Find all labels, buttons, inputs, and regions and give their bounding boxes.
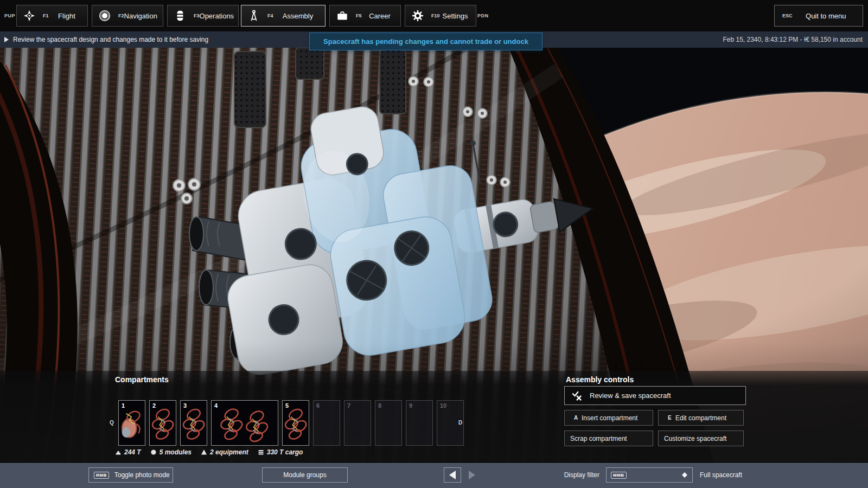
assembly-bottom-panel: Compartments Q 12345678910 D 244 T 5 mod… bbox=[0, 371, 868, 463]
slot-number: 2 bbox=[152, 402, 156, 409]
module-groups-button[interactable]: Module groups bbox=[262, 467, 348, 483]
status-hint-text: Review the spacecraft design and changes… bbox=[13, 36, 208, 43]
tab-label: Flight bbox=[54, 12, 87, 20]
compartment-slot-6[interactable]: 6 bbox=[313, 400, 340, 446]
compartment-slot-8[interactable]: 8 bbox=[375, 400, 402, 446]
review-save-spacecraft-button[interactable]: Review & save spacecraft bbox=[564, 386, 746, 405]
bottom-control-bar: RMB Toggle photo mode Module groups Disp… bbox=[0, 463, 868, 488]
module-groups-label: Module groups bbox=[283, 471, 326, 479]
slot-number: 10 bbox=[440, 402, 446, 409]
game-window: PUP F1 Flight F2 Navigation bbox=[0, 0, 868, 488]
slots-prev-key-hint: Q bbox=[110, 420, 114, 426]
tab-label: Assembly bbox=[278, 12, 325, 20]
navigation-orb-icon bbox=[98, 9, 111, 22]
quit-to-menu-button[interactable]: ESC Quit to menu bbox=[774, 5, 863, 27]
tab-key-hint: F3 bbox=[194, 13, 200, 18]
hint-arrow-icon bbox=[4, 37, 9, 42]
slot-number: 4 bbox=[214, 402, 218, 409]
page-up-key-hint: PUP bbox=[4, 13, 15, 18]
stat-mass: 244 T bbox=[115, 448, 141, 456]
rmb-key-hint: RMB bbox=[94, 472, 109, 479]
stat-cargo-text: 330 T cargo bbox=[267, 448, 303, 456]
review-save-icon bbox=[571, 390, 583, 401]
tab-label: Settings bbox=[442, 12, 476, 20]
stat-equipment-text: 2 equipment bbox=[210, 448, 248, 456]
tab-key-hint: F2 bbox=[118, 13, 124, 18]
stat-cargo: 330 T cargo bbox=[258, 448, 303, 456]
review-save-label: Review & save spacecraft bbox=[590, 391, 671, 400]
toggle-photo-mode-button[interactable]: RMB Toggle photo mode bbox=[88, 467, 173, 483]
assembly-controls-title: Assembly controls bbox=[566, 375, 634, 384]
compartment-slot-9[interactable]: 9 bbox=[406, 400, 433, 446]
toggle-photo-mode-label: Toggle photo mode bbox=[114, 471, 170, 479]
esc-key-hint: ESC bbox=[782, 13, 793, 18]
stat-equipment: 2 equipment bbox=[201, 448, 248, 456]
tab-navigation[interactable]: F2 Navigation bbox=[92, 5, 163, 27]
slot-number: 5 bbox=[285, 402, 289, 409]
modules-icon bbox=[150, 449, 157, 455]
scrap-compartment-button[interactable]: Scrap compartment bbox=[564, 431, 653, 446]
compartment-slot-1[interactable]: 1 bbox=[118, 400, 145, 446]
tab-key-hint: F1 bbox=[43, 13, 54, 18]
tab-operations[interactable]: F3 Operations bbox=[167, 5, 239, 27]
display-filter-label: Display filter bbox=[553, 471, 599, 479]
tab-key-hint: F5 bbox=[356, 13, 367, 18]
status-hint: Review the spacecraft design and changes… bbox=[4, 36, 208, 43]
tab-label: Operations bbox=[200, 12, 242, 20]
career-briefcase-icon bbox=[336, 9, 349, 22]
mmb-key-hint: MMB bbox=[611, 472, 627, 479]
settings-gear-icon bbox=[411, 9, 424, 22]
assembly-controls: Review & save spacecraft A Insert compar… bbox=[564, 386, 746, 446]
operations-barrel-icon bbox=[174, 9, 187, 22]
diamond-icon bbox=[682, 472, 687, 478]
insert-key-hint: A bbox=[574, 415, 582, 421]
quit-label: Quit to menu bbox=[793, 12, 863, 20]
tab-career[interactable]: F5 Career bbox=[329, 5, 401, 27]
tab-flight[interactable]: F1 Flight bbox=[16, 5, 88, 27]
cargo-icon bbox=[258, 449, 264, 455]
slot-number: 3 bbox=[183, 402, 187, 409]
equipment-icon bbox=[201, 449, 207, 455]
display-filter-dropdown[interactable]: MMB bbox=[606, 467, 693, 483]
flight-diamond-icon bbox=[23, 9, 36, 22]
previous-arrow-button[interactable] bbox=[444, 467, 461, 483]
stat-mass-text: 244 T bbox=[124, 448, 141, 456]
insert-compartment-label: Insert compartment bbox=[582, 414, 637, 422]
stat-modules: 5 modules bbox=[150, 448, 192, 456]
tab-key-hint: F10 bbox=[431, 13, 442, 18]
compartment-slots: 12345678910 bbox=[118, 400, 464, 446]
compartment-slot-5[interactable]: 5 bbox=[282, 400, 309, 446]
mass-icon bbox=[115, 449, 122, 455]
customize-spacecraft-label: Customize spacecraft bbox=[664, 435, 726, 442]
page-down-key-hint: PDN bbox=[477, 13, 489, 18]
tab-assembly[interactable]: F4 Assembly bbox=[241, 5, 326, 27]
scrap-compartment-label: Scrap compartment bbox=[570, 435, 627, 442]
slot-number: 7 bbox=[347, 402, 350, 409]
tab-settings[interactable]: F10 Settings bbox=[405, 5, 476, 27]
next-arrow-button[interactable] bbox=[463, 467, 481, 483]
slots-next-key-hint: D bbox=[458, 420, 462, 426]
slot-number: 8 bbox=[378, 402, 381, 409]
top-tab-bar: PUP F1 Flight F2 Navigation bbox=[0, 0, 868, 31]
edit-compartment-button[interactable]: E Edit compartment bbox=[658, 410, 744, 426]
compartment-slot-4[interactable]: 4 bbox=[211, 400, 278, 446]
datetime-account-text: Feb 15, 2340, 8:43:12 PM - Ɨ€ 58,150 in … bbox=[723, 36, 863, 43]
compartment-slot-3[interactable]: 3 bbox=[180, 400, 207, 446]
compartment-slot-2[interactable]: 2 bbox=[149, 400, 176, 446]
display-filter-value: Full spacecraft bbox=[700, 471, 742, 479]
arrow-left-icon bbox=[449, 471, 456, 479]
edit-compartment-label: Edit compartment bbox=[675, 414, 726, 422]
slot-number: 1 bbox=[122, 402, 125, 409]
edit-key-hint: E bbox=[668, 415, 675, 421]
compartments-title: Compartments bbox=[115, 375, 169, 384]
tab-label: Career bbox=[367, 12, 400, 20]
compartment-slot-7[interactable]: 7 bbox=[344, 400, 371, 446]
customize-spacecraft-button[interactable]: Customize spacecraft bbox=[658, 431, 744, 446]
insert-compartment-button[interactable]: A Insert compartment bbox=[564, 410, 653, 426]
slot-number: 6 bbox=[316, 402, 320, 409]
pending-changes-notification: Spacecraft has pending changes and canno… bbox=[309, 33, 542, 50]
tab-key-hint: F4 bbox=[267, 13, 278, 18]
tab-label: Navigation bbox=[124, 12, 165, 20]
arrow-right-icon bbox=[469, 471, 475, 479]
stat-modules-text: 5 modules bbox=[159, 448, 192, 456]
